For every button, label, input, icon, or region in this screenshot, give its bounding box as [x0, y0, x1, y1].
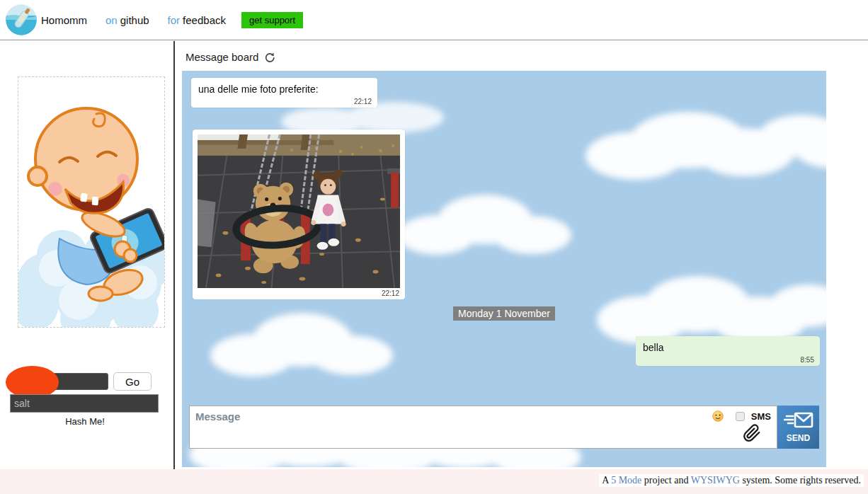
message-board: una delle mie foto preferite: 22:12 — [182, 71, 826, 467]
app-name: Homomm — [41, 14, 87, 26]
five-mode-link[interactable]: 5 Mode — [611, 475, 641, 486]
date-separator: Monday 1 November — [182, 306, 826, 321]
paperclip-icon[interactable] — [743, 423, 761, 443]
salt-input[interactable] — [10, 394, 159, 413]
refresh-icon[interactable] — [264, 52, 275, 63]
composer: SMS — [189, 406, 819, 449]
feedback-link[interactable]: forfeedback — [168, 14, 226, 26]
send-label: SEND — [787, 433, 810, 443]
message-time: 8:55 — [801, 356, 814, 364]
get-support-button[interactable]: get support — [241, 12, 303, 28]
page-title: Message board — [185, 51, 258, 63]
github-link[interactable]: ongithub — [105, 14, 149, 26]
emoji-icon[interactable] — [712, 410, 724, 422]
message-text: una delle mie foto preferite: — [198, 84, 319, 95]
message-bubble-outgoing: bella 8:55 — [636, 336, 820, 366]
compose-box: SMS — [189, 406, 777, 449]
message-text: bella — [643, 342, 664, 353]
compose-controls: SMS — [699, 406, 777, 448]
message-bubble: una delle mie foto preferite: 22:12 — [191, 78, 377, 108]
hash-me-label: Hash Me! — [0, 416, 170, 427]
app-window: Homomm ongithub forfeedback get support — [0, 0, 868, 494]
photo-thumbnail[interactable] — [198, 134, 400, 288]
sms-label[interactable]: SMS — [751, 411, 771, 422]
baby-on-cloud-illustration — [18, 76, 165, 328]
footer: A 5 Mode project and WYSIWYG system. Som… — [0, 469, 868, 494]
header: Homomm ongithub forfeedback get support — [0, 0, 868, 40]
photo-message-bubble: 22:12 — [193, 130, 405, 299]
sms-checkbox[interactable] — [736, 412, 745, 421]
app-logo-icon — [6, 4, 37, 35]
send-button[interactable]: SEND — [777, 406, 819, 449]
send-envelope-icon — [784, 411, 813, 432]
wysiwyg-link[interactable]: WYSIWYG — [691, 475, 740, 486]
main-panel: Message board — [176, 41, 868, 469]
message-time: 22:12 — [382, 289, 399, 297]
go-button[interactable]: Go — [113, 372, 152, 391]
message-input[interactable] — [190, 406, 699, 448]
message-time: 22:12 — [354, 98, 372, 105]
sidebar: Go Hash Me! — [0, 41, 175, 469]
footer-credits: A 5 Mode project and WYSIWYG system. Som… — [599, 474, 864, 487]
